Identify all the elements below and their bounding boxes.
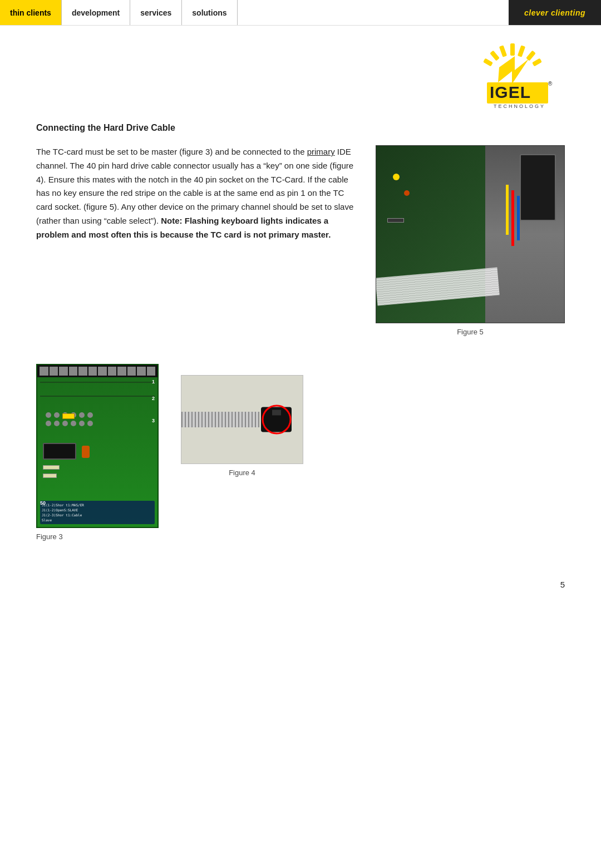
figure3-block: 1 2 3 <box>36 364 159 541</box>
main-content: Connecting the Hard Drive Cable The TC-c… <box>0 117 601 574</box>
figure4-caption: Figure 4 <box>229 468 255 477</box>
svg-text:®: ® <box>548 81 553 87</box>
top-nav: thin clients development services soluti… <box>0 0 601 26</box>
svg-text:IGEL: IGEL <box>490 83 531 101</box>
figure4-image <box>181 375 303 464</box>
page-number: 5 <box>0 574 601 600</box>
figure5-image <box>376 145 565 323</box>
clever-clienting-banner: clever clienting <box>509 0 601 25</box>
svg-rect-6 <box>532 58 542 67</box>
nav-item-services[interactable]: services <box>130 0 182 25</box>
lower-figures-row: 1 2 3 <box>36 364 565 541</box>
igel-logo: IGEL ® TECHNOLOGY <box>470 42 562 112</box>
figure5-caption: Figure 5 <box>457 328 484 336</box>
nav-spacer <box>238 0 509 25</box>
nav-item-thin-clients[interactable]: thin clients <box>0 0 62 25</box>
nav-item-development[interactable]: development <box>62 0 130 25</box>
svg-rect-2 <box>518 45 525 57</box>
logo-area: IGEL ® TECHNOLOGY <box>0 26 601 117</box>
svg-text:TECHNOLOGY: TECHNOLOGY <box>494 103 545 109</box>
svg-rect-3 <box>490 51 500 61</box>
text-block: The TC-card must be set to be master (fi… <box>36 145 359 241</box>
section-title: Connecting the Hard Drive Cable <box>36 123 565 133</box>
svg-point-12 <box>263 406 290 433</box>
text-image-row: The TC-card must be set to be master (fi… <box>36 145 565 336</box>
figure4-block: Figure 4 <box>181 375 303 477</box>
svg-rect-5 <box>483 58 493 67</box>
svg-marker-7 <box>498 56 529 84</box>
svg-rect-0 <box>510 43 515 56</box>
figure5-block: Figure 5 <box>376 145 565 336</box>
figure3-caption: Figure 3 <box>36 532 63 541</box>
svg-rect-1 <box>499 45 507 57</box>
figure3-image: 1 2 3 <box>36 364 159 528</box>
nav-item-solutions[interactable]: solutions <box>182 0 237 25</box>
svg-rect-4 <box>526 51 536 61</box>
bold-note: Note: Flashing keyboard lights indicates… <box>36 216 331 239</box>
paragraph-text: The TC-card must be set to be master (fi… <box>36 145 359 241</box>
